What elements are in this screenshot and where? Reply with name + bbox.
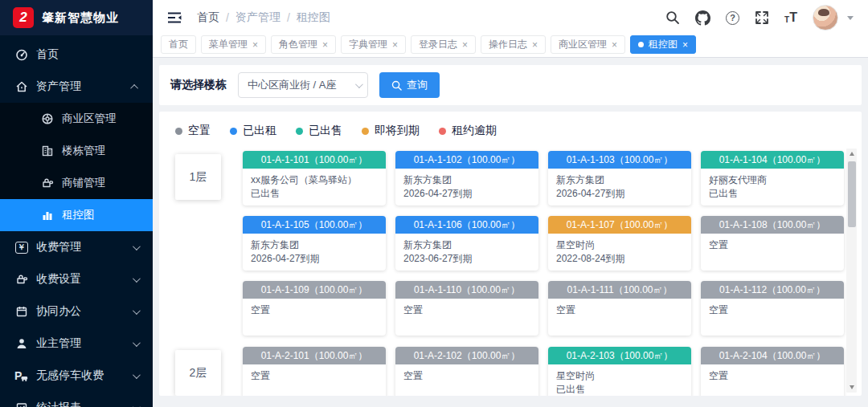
tab-op-log[interactable]: 操作日志× <box>481 35 546 54</box>
room-card[interactable]: 01-A-1-105（100.00㎡）新东方集团2026-04-27到期 <box>243 216 386 271</box>
tab-login-log[interactable]: 登录日志× <box>411 35 476 54</box>
home-icon <box>14 80 28 94</box>
close-icon[interactable]: × <box>682 40 688 50</box>
scroll-up-icon[interactable] <box>846 149 857 159</box>
tab-business-area[interactable]: 商业区管理× <box>551 35 625 54</box>
sidebar-item-reports[interactable]: 统计报表 <box>0 392 153 407</box>
expiring-dot-icon <box>362 128 369 135</box>
report-icon <box>14 401 28 407</box>
legend-sold: 已出售 <box>296 124 342 138</box>
dashboard-icon <box>14 48 28 62</box>
sidebar-item-label: 首页 <box>36 47 59 62</box>
room-card[interactable]: 01-A-1-107（100.00㎡）星空时尚2022-08-24到期 <box>548 216 691 271</box>
breadcrumb-item[interactable]: 首页 <box>197 10 219 25</box>
sidebar-item-rent-map[interactable]: 租控图 <box>0 199 153 231</box>
room-card[interactable]: 01-A-1-106（100.00㎡）新东方集团2023-06-27到期 <box>395 216 538 271</box>
tab-menu-mgmt[interactable]: 菜单管理× <box>201 35 266 54</box>
room-card[interactable]: 01-A-2-104（100.00㎡）空置 <box>701 347 844 396</box>
room-card[interactable]: 01-A-1-112（100.00㎡）空置 <box>701 281 844 336</box>
breadcrumb-separator: / <box>287 11 290 24</box>
sidebar-item-label: 租控图 <box>62 208 95 222</box>
close-icon[interactable]: × <box>392 40 398 50</box>
fullscreen-icon[interactable] <box>755 10 769 25</box>
sidebar-item-building-mgmt[interactable]: 楼栋管理 <box>0 135 153 167</box>
filter-panel: 请选择楼栋 中心区商业街 / A座 查询 <box>159 65 862 105</box>
building-select[interactable]: 中心区商业街 / A座 <box>238 72 368 98</box>
active-dot-icon <box>638 42 644 47</box>
close-icon[interactable]: × <box>462 40 468 50</box>
avatar[interactable] <box>813 5 838 31</box>
scroll-down-icon[interactable] <box>846 382 857 393</box>
breadcrumb-item[interactable]: 资产管理 <box>235 10 280 25</box>
room-card[interactable]: 01-A-1-109（100.00㎡）空置 <box>243 281 386 336</box>
sidebar-item-owner-mgmt[interactable]: 业主管理 <box>0 328 153 360</box>
help-icon[interactable]: ? <box>726 11 739 25</box>
floor-group-2: 2层 01-A-2-101（100.00㎡）空置 01-A-2-102（100.… <box>169 347 841 396</box>
sidebar-item-assets[interactable]: 资产管理 <box>0 71 153 103</box>
sidebar-item-shop-mgmt[interactable]: 商铺管理 <box>0 167 153 199</box>
sidebar-item-fee-settings[interactable]: 收费设置 <box>0 263 153 295</box>
sidebar-item-parking-fee[interactable]: P 无感停车收费 <box>0 360 153 392</box>
close-icon[interactable]: × <box>322 40 328 50</box>
room-card-header: 01-A-1-102（100.00㎡） <box>395 151 538 169</box>
tab-rent-map[interactable]: 租控图× <box>630 35 696 54</box>
room-card[interactable]: 01-A-2-103（100.00㎡）星空时尚已出售 <box>548 347 691 396</box>
parking-icon: P <box>14 369 28 383</box>
rent-map-panel: 空置 已出租 已出售 即将到期 租约逾期 1层 01-A-1-101（100.0… <box>159 112 862 396</box>
chevron-down-icon <box>133 275 141 283</box>
menu-collapse-icon[interactable] <box>167 11 182 24</box>
room-card[interactable]: 01-A-1-101（100.00㎡）xx服务公司（菜鸟驿站）已出售 <box>243 151 386 206</box>
sidebar-item-collab-office[interactable]: 协同办公 <box>0 295 153 328</box>
font-size-icon[interactable]: TT <box>784 11 797 24</box>
search-icon[interactable] <box>665 10 680 25</box>
sidebar-item-business-area[interactable]: 商业区管理 <box>0 103 153 135</box>
room-status-line: 已出售 <box>556 383 683 396</box>
room-tenant: 新东方集团 <box>403 238 530 252</box>
breadcrumb-separator: / <box>226 11 229 24</box>
vertical-scrollbar[interactable] <box>846 149 857 393</box>
room-card-header: 01-A-1-110（100.00㎡） <box>395 281 538 299</box>
breadcrumb-item[interactable]: 租控图 <box>297 10 330 25</box>
vacant-dot-icon <box>175 128 182 135</box>
room-tenant: 新东方集团 <box>403 173 530 187</box>
rented-dot-icon <box>230 128 237 135</box>
room-status-line: 已出售 <box>251 187 378 201</box>
close-icon[interactable]: × <box>252 40 258 50</box>
sidebar-item-fee-mgmt[interactable]: ￥ 收费管理 <box>0 231 153 263</box>
user-icon <box>14 337 28 351</box>
floor-label: 1层 <box>175 154 221 200</box>
sold-dot-icon <box>296 128 303 135</box>
room-card-header: 01-A-1-108（100.00㎡） <box>701 216 844 234</box>
close-icon[interactable]: × <box>532 40 538 50</box>
sidebar-item-home[interactable]: 首页 <box>0 39 153 71</box>
room-card[interactable]: 01-A-1-110（100.00㎡）空置 <box>395 281 538 336</box>
room-tenant: 空置 <box>709 238 836 252</box>
tab-role-mgmt[interactable]: 角色管理× <box>271 35 336 54</box>
github-icon[interactable] <box>695 10 710 26</box>
room-tenant: 空置 <box>251 369 378 383</box>
room-card[interactable]: 01-A-1-108（100.00㎡）空置 <box>701 216 844 271</box>
room-card[interactable]: 01-A-1-111（100.00㎡）空置 <box>548 281 691 336</box>
room-card-header: 01-A-1-106（100.00㎡） <box>395 216 538 234</box>
search-button[interactable]: 查询 <box>379 72 440 98</box>
room-card[interactable]: 01-A-2-102（100.00㎡）空置 <box>395 347 538 396</box>
overdue-dot-icon <box>439 128 446 135</box>
life-ring-icon <box>40 112 54 126</box>
close-icon[interactable]: × <box>612 40 617 50</box>
topbar-actions: ? TT <box>665 5 854 31</box>
room-tenant: 空置 <box>251 303 378 317</box>
tab-home[interactable]: 首页 <box>161 35 196 54</box>
room-card[interactable]: 01-A-1-104（100.00㎡）好丽友代理商已出售 <box>701 151 844 206</box>
user-dropdown-caret-icon[interactable] <box>847 16 854 20</box>
room-card[interactable]: 01-A-1-102（100.00㎡）新东方集团2026-04-27到期 <box>395 151 538 206</box>
room-status-line: 2026-04-27到期 <box>251 252 378 266</box>
room-card[interactable]: 01-A-2-101（100.00㎡）空置 <box>243 347 386 396</box>
search-icon <box>391 80 402 91</box>
sidebar: 2 肇新智慧物业 首页 资产管理 <box>0 0 153 407</box>
sidebar-item-label: 商铺管理 <box>62 176 105 190</box>
topbar: 首页 / 资产管理 / 租控图 ? TT <box>153 0 868 35</box>
scrollbar-thumb[interactable] <box>848 161 856 227</box>
tab-dict-mgmt[interactable]: 字典管理× <box>341 35 406 54</box>
room-card[interactable]: 01-A-1-103（100.00㎡）新东方集团2026-04-27到期 <box>548 151 691 206</box>
app-window: 2 肇新智慧物业 首页 资产管理 <box>0 0 868 407</box>
